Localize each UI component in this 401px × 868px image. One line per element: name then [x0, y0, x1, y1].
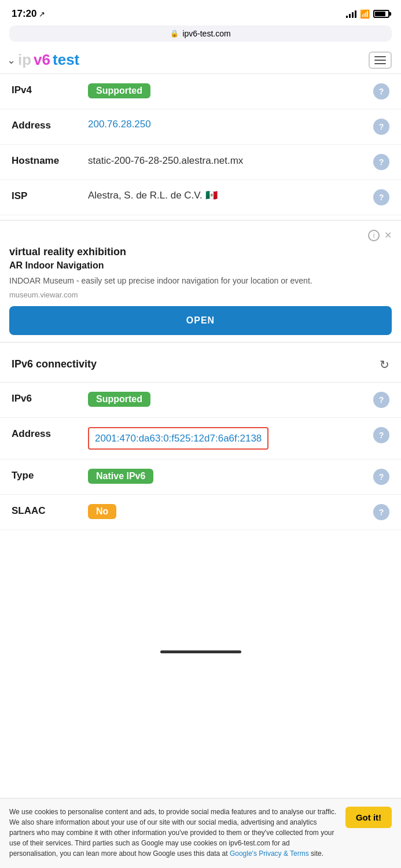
ipv6-row: IPv6 Supported ? [0, 382, 401, 418]
menu-button[interactable] [369, 52, 392, 69]
site-header: ⌄ ipv6 test [0, 46, 401, 74]
url-bar[interactable]: 🔒 ipv6-test.com [9, 25, 392, 42]
wifi-icon: 📶 [360, 9, 370, 19]
signal-icon [346, 10, 356, 18]
ipv6-value: Supported [88, 392, 366, 407]
ipv4-isp-text: Alestra, S. de R.L. de C.V. 🇲🇽 [88, 190, 218, 201]
home-bar [160, 650, 241, 653]
ipv4-hostname-value: static-200-76-28-250.alestra.net.mx [88, 154, 366, 168]
ad-subtitle: AR Indoor Navigation [9, 260, 392, 271]
logo-v6: v6 [34, 51, 50, 69]
ipv6-type-value: Native IPv6 [88, 469, 366, 484]
ipv6-supported-badge: Supported [88, 392, 150, 407]
ipv6-address-label: Address [12, 427, 81, 440]
url-text: ipv6-test.com [182, 29, 230, 38]
ipv4-address-value: 200.76.28.250 [88, 119, 366, 130]
ipv4-address-row: Address 200.76.28.250 ? [0, 109, 401, 145]
ad-close-icon[interactable]: ✕ [384, 230, 392, 241]
hamburger-line [374, 60, 386, 61]
ad-top-bar: i ✕ [9, 230, 392, 241]
cookie-banner: We use cookies to personalise content an… [0, 798, 401, 868]
ipv4-isp-help-icon[interactable]: ? [373, 189, 389, 205]
ipv4-table: IPv4 Supported ? Address 200.76.28.250 ?… [0, 74, 401, 215]
cookie-after-link: site. [309, 849, 323, 858]
ipv6-table: IPv6 Supported ? Address 2001:470:da63:0… [0, 382, 401, 531]
ipv6-slaac-row: SLAAC No ? [0, 495, 401, 530]
ipv6-type-help-icon[interactable]: ? [373, 469, 389, 485]
ipv4-supported-badge: Supported [88, 83, 150, 98]
battery-icon [373, 10, 389, 18]
spacer [0, 530, 401, 646]
logo-area: ⌄ ipv6 test [7, 51, 79, 69]
home-indicator [0, 646, 401, 656]
ipv4-hostname-help-icon[interactable]: ? [373, 154, 389, 170]
ipv4-isp-value: Alestra, S. de R.L. de C.V. 🇲🇽 [88, 189, 366, 201]
ipv4-value: Supported [88, 83, 366, 98]
cookie-content: We use cookies to personalise content an… [9, 807, 392, 859]
ipv6-slaac-help-icon[interactable]: ? [373, 504, 389, 520]
ipv6-section-title: IPv6 connectivity [12, 358, 97, 370]
hamburger-line [374, 56, 386, 57]
ipv4-label: IPv4 [12, 83, 81, 96]
ipv6-slaac-badge: No [88, 504, 116, 519]
ipv4-address-label: Address [12, 119, 81, 131]
ipv4-help-icon[interactable]: ? [373, 83, 389, 100]
ipv6-type-badge: Native IPv6 [88, 469, 153, 484]
ad-banner: i ✕ virtual reality exhibition AR Indoor… [0, 220, 401, 343]
chevron-down-icon[interactable]: ⌄ [7, 54, 16, 67]
ipv4-hostname-label: Hostname [12, 154, 81, 167]
ad-open-button[interactable]: OPEN [9, 306, 392, 335]
ipv6-address-box[interactable]: 2001:470:da63:0:f525:12d7:6a6f:2138 [88, 427, 268, 450]
ipv4-isp-label: ISP [12, 189, 81, 202]
ipv6-type-label: Type [12, 469, 81, 481]
ad-description: INDOAR Museum - easily set up precise in… [9, 275, 392, 287]
status-bar: 17:20 ↗ 📶 [0, 0, 401, 25]
ipv4-hostname-text: static-200-76-28-250.alestra.net.mx [88, 155, 243, 166]
ipv6-slaac-value: No [88, 504, 366, 519]
lock-icon: 🔒 [170, 30, 179, 38]
cookie-text: We use cookies to personalise content an… [9, 807, 339, 859]
ipv6-help-icon[interactable]: ? [373, 392, 389, 408]
ipv6-label: IPv6 [12, 392, 81, 404]
ipv4-isp-row: ISP Alestra, S. de R.L. de C.V. 🇲🇽 ? [0, 180, 401, 215]
status-time: 17:20 [12, 8, 36, 20]
ad-info-icon[interactable]: i [368, 230, 380, 241]
logo-ip: ip [18, 51, 31, 69]
ipv6-address-row: Address 2001:470:da63:0:f525:12d7:6a6f:2… [0, 418, 401, 460]
hamburger-line [374, 63, 386, 64]
ad-title: virtual reality exhibition [9, 246, 392, 258]
ad-url: museum.viewar.com [9, 290, 392, 299]
location-arrow-icon: ↗ [39, 10, 45, 19]
ipv4-address-help-icon[interactable]: ? [373, 119, 389, 135]
ipv6-address-help-icon[interactable]: ? [373, 427, 389, 443]
ipv6-address-value: 2001:470:da63:0:f525:12d7:6a6f:2138 [88, 427, 366, 450]
ipv6-type-row: Type Native IPv6 ? [0, 459, 401, 495]
privacy-terms-link[interactable]: Google's Privacy & Terms [230, 849, 309, 858]
refresh-icon[interactable]: ↻ [380, 358, 389, 372]
ipv4-address-link[interactable]: 200.76.28.250 [88, 119, 151, 130]
ipv6-section-header: IPv6 connectivity ↻ [0, 347, 401, 382]
ipv4-row: IPv4 Supported ? [0, 74, 401, 109]
got-it-button[interactable]: Got it! [345, 807, 392, 828]
ipv4-hostname-row: Hostname static-200-76-28-250.alestra.ne… [0, 145, 401, 180]
logo-test: test [53, 51, 79, 69]
ipv6-slaac-label: SLAAC [12, 504, 81, 517]
status-icons: 📶 [346, 9, 389, 19]
